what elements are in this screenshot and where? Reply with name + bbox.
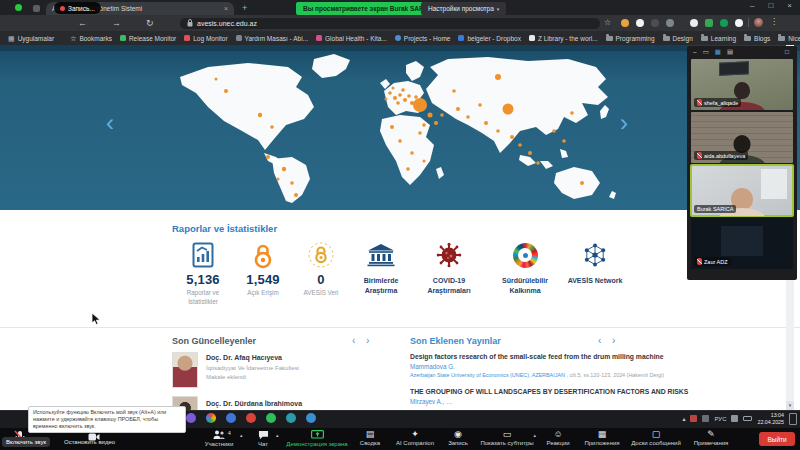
taskbar-app-icon[interactable] xyxy=(286,413,296,423)
extension-icon[interactable] xyxy=(705,19,713,27)
bookmark-item[interactable]: Projects - Home xyxy=(395,35,451,42)
video-tile[interactable]: Zaur ADZ xyxy=(691,218,793,269)
panel-grid-icon[interactable]: ▦ xyxy=(715,48,721,56)
taskbar-app-icon[interactable] xyxy=(206,413,216,423)
bookmark-item[interactable]: Z Library - the worl... xyxy=(529,35,598,42)
person-photo[interactable] xyxy=(172,352,198,388)
publications-next-icon[interactable]: › xyxy=(612,336,615,346)
bookmark-folder[interactable]: Design xyxy=(663,35,693,42)
extension-icon[interactable] xyxy=(720,19,728,27)
profile-avatar[interactable] xyxy=(754,18,763,27)
notes-pencil-icon: ✎ xyxy=(707,430,715,439)
stat-covid[interactable]: COVID-19 Araştırmaları xyxy=(414,241,484,296)
summary-button[interactable]: ▤ Сводка xyxy=(352,430,388,446)
wifi-icon[interactable] xyxy=(731,415,738,422)
captions-button[interactable]: ▭ Показать субтитры ▴ xyxy=(478,430,536,446)
video-tile-active-speaker[interactable]: Burak SARICA xyxy=(691,165,793,216)
language-indicator[interactable]: РУС xyxy=(714,416,726,422)
extension-icon[interactable] xyxy=(666,19,674,27)
bookmark-folder[interactable]: Nice Stuff xyxy=(778,35,800,42)
taskbar-app-icon[interactable] xyxy=(266,413,276,423)
window-close-icon[interactable]: × xyxy=(787,1,792,10)
dark-shape xyxy=(721,226,763,256)
extension-icon[interactable] xyxy=(636,19,644,27)
panel-layout-icon[interactable]: ▭ xyxy=(703,48,709,56)
chat-button[interactable]: Чат ▴ xyxy=(248,430,278,447)
open-data-icon xyxy=(308,241,334,269)
panel-minimize-icon[interactable]: – xyxy=(693,48,697,56)
updaters-next-icon[interactable]: › xyxy=(366,336,369,346)
bookmark-star-icon[interactable]: ☆ xyxy=(604,18,611,28)
stop-video-button[interactable]: Остановить видео xyxy=(64,439,115,445)
bookmark-item[interactable]: Global Health - Kita... xyxy=(316,35,387,42)
reload-icon[interactable]: ↻ xyxy=(146,18,154,28)
taskbar-app-icon[interactable] xyxy=(226,413,236,423)
caret-up-icon[interactable]: ▴ xyxy=(276,432,279,438)
bookmark-folder[interactable]: Learning xyxy=(701,35,736,42)
video-tile[interactable]: aida.abdullayeva xyxy=(691,112,793,163)
taskbar-app-icon[interactable] xyxy=(306,413,316,423)
taskbar-clock[interactable]: 13:04 22.04.2025 xyxy=(757,412,784,426)
tray-expand-icon[interactable]: ▴ xyxy=(682,415,685,422)
bookmark-item[interactable]: belgeler - Dropbox xyxy=(458,35,520,42)
reactions-button[interactable]: ☺ Реакции xyxy=(540,430,576,446)
person-name[interactable]: Doç. Dr. Dürdana İbrahimova xyxy=(206,400,302,407)
bookmark-item[interactable]: ☆Bookmarks xyxy=(70,35,112,42)
forward-icon[interactable]: → xyxy=(112,18,121,28)
caret-up-icon[interactable]: ▴ xyxy=(240,432,243,438)
publication-authors[interactable]: Mirzayev A., … xyxy=(410,398,452,405)
participants-panel[interactable]: – ▭ ▦ ▤ □ shefa_aliqade aida.abdullayeva… xyxy=(687,46,797,280)
bookmark-item[interactable]: Yardım Masası - Abi... xyxy=(236,35,308,42)
bookmark-apps[interactable]: ▦Uygulamalar xyxy=(8,35,54,42)
updaters-prev-icon[interactable]: ‹ xyxy=(352,336,355,346)
stat-label: COVID-19 Araştırmaları xyxy=(418,276,480,296)
leave-button[interactable]: Выйти xyxy=(759,432,795,446)
apps-button[interactable]: ▦ Приложения xyxy=(580,430,624,446)
bookmark-folder[interactable]: Blogs xyxy=(744,35,770,42)
publication-authors[interactable]: Mammadova G. xyxy=(410,363,455,370)
bookmark-item[interactable]: Release Monitor xyxy=(120,35,176,42)
panel-popout-icon[interactable]: □ xyxy=(785,48,789,55)
tab-close-icon[interactable]: × xyxy=(224,5,228,12)
publications-prev-icon[interactable]: ‹ xyxy=(598,336,601,346)
notes-button[interactable]: ✎ Примечания xyxy=(688,430,734,446)
browser-menu-icon[interactable]: ⋮ xyxy=(770,17,778,26)
panel-strip-icon[interactable]: ▤ xyxy=(727,48,733,56)
extension-icon[interactable] xyxy=(621,19,629,27)
extension-icon[interactable] xyxy=(690,19,698,27)
carousel-next-icon[interactable]: › xyxy=(620,111,628,135)
address-bar[interactable]: avesis.unec.edu.az xyxy=(180,18,600,29)
unmute-button[interactable]: Включить звук xyxy=(2,437,50,447)
extension-icon[interactable] xyxy=(735,19,743,27)
new-tab-button[interactable]: + xyxy=(242,3,247,13)
tab-search-icon[interactable] xyxy=(33,5,40,12)
whiteboards-button[interactable]: ▢ Доски сообщений xyxy=(628,430,684,446)
caret-up-icon[interactable]: ▴ xyxy=(533,432,536,438)
participants-button[interactable]: Участники 4 ▴ xyxy=(196,430,242,447)
video-tile[interactable]: shefa_aliqade xyxy=(691,59,793,110)
view-settings-button[interactable]: Настройки просмотра ▾ xyxy=(421,2,506,15)
stat-network[interactable]: AVESİS Network xyxy=(560,241,630,286)
publication-title[interactable]: THE GROUPING OF WILL LANDSCAPES BY DESER… xyxy=(410,388,688,395)
bookmark-item[interactable]: Log Monitor xyxy=(184,35,227,42)
tray-icon[interactable] xyxy=(702,415,709,422)
taskbar-app-icon[interactable] xyxy=(246,413,256,423)
publication-title[interactable]: Design factors research of the small-sca… xyxy=(410,353,663,360)
tv-screen xyxy=(719,61,749,76)
window-maximize-icon[interactable]: □ xyxy=(768,1,773,10)
share-screen-button[interactable]: Демонстрация экрана xyxy=(282,430,352,447)
scrollbar-down-icon[interactable]: ▾ xyxy=(786,401,794,410)
carousel-prev-icon[interactable]: ‹ xyxy=(106,111,114,135)
ai-companion-button[interactable]: ✦ AI Companion xyxy=(390,430,440,446)
notification-center-icon[interactable] xyxy=(789,413,797,425)
stat-unit-research[interactable]: Birimlerde Araştırma xyxy=(346,241,416,296)
person-name[interactable]: Doç. Dr. Afaq Hacıyeva xyxy=(206,354,282,361)
window-minimize-icon[interactable]: – xyxy=(750,1,754,10)
extension-icon[interactable] xyxy=(651,19,659,27)
stat-sdg[interactable]: Sürdürülebilir Kalkınma xyxy=(490,241,560,296)
taskbar-app-icon[interactable] xyxy=(186,413,196,423)
back-icon[interactable]: ← xyxy=(78,18,87,28)
record-button[interactable]: ◉ Запись xyxy=(442,430,474,446)
tray-icon[interactable] xyxy=(690,415,697,422)
bookmark-folder[interactable]: Programming xyxy=(606,35,655,42)
